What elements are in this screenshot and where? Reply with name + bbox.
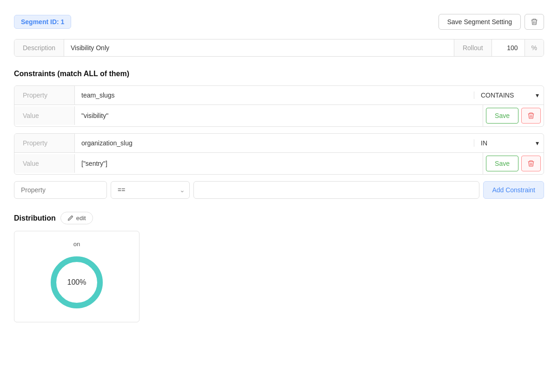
trash-icon-2 — [527, 160, 535, 167]
rollout-percent-label: % — [525, 39, 544, 56]
operator-cell-2[interactable]: IN ▾ — [474, 139, 544, 147]
header-actions: Save Segment Setting — [438, 14, 544, 30]
delete-button-2[interactable] — [521, 156, 541, 171]
new-value-input[interactable] — [193, 181, 479, 199]
edit-label: edit — [76, 215, 86, 222]
save-button-2[interactable]: Save — [486, 156, 518, 171]
header-row: Segment ID: 1 Save Segment Setting — [14, 14, 544, 30]
chevron-down-icon-2: ▾ — [536, 139, 539, 147]
donut-percentage: 100% — [67, 278, 86, 287]
value-label-2: Value — [14, 154, 75, 173]
rollout-label: Rollout — [454, 39, 492, 56]
segment-id-value: 1 — [61, 18, 65, 26]
delete-segment-button[interactable] — [525, 14, 544, 30]
value-actions-1: Save — [483, 105, 544, 126]
value-input-2[interactable] — [75, 154, 483, 173]
constraint-2-value-row: Value Save — [14, 153, 544, 174]
value-label-1: Value — [14, 106, 75, 125]
description-label: Description — [14, 39, 64, 56]
property-label-1: Property — [14, 86, 75, 105]
constraints-title: Constraints (match ALL of them) — [14, 70, 544, 78]
operator-value-2: IN — [481, 139, 487, 147]
property-label-2: Property — [14, 134, 75, 152]
description-input[interactable] — [64, 39, 454, 56]
new-operator-wrapper[interactable]: == != CONTAINS NOT CONTAINS IN NOT IN — [111, 181, 190, 199]
trash-icon — [531, 18, 538, 26]
pencil-icon — [67, 215, 73, 221]
distribution-chart-box: on 100% — [14, 231, 140, 322]
save-segment-button[interactable]: Save Segment Setting — [438, 14, 521, 30]
constraint-block-1: Property CONTAINS ▾ Value Save — [14, 85, 544, 127]
constraint-1-value-row: Value Save — [14, 105, 544, 126]
new-property-input[interactable] — [14, 181, 107, 199]
operator-value-1: CONTAINS — [481, 91, 514, 99]
value-input-1[interactable] — [75, 106, 483, 125]
description-rollout-row: Description Rollout % — [14, 39, 544, 57]
constraint-block-2: Property IN ▾ Value Save — [14, 133, 544, 175]
segment-id-badge: Segment ID: 1 — [14, 15, 71, 29]
trash-icon-1 — [527, 112, 535, 119]
operator-cell-1[interactable]: CONTAINS ▾ — [474, 91, 544, 99]
distribution-header: Distribution edit — [14, 212, 544, 224]
constraint-1-property-row: Property CONTAINS ▾ — [14, 86, 544, 105]
chevron-down-icon-1: ▾ — [536, 91, 539, 99]
rollout-input[interactable] — [492, 39, 525, 56]
donut-chart: 100% — [46, 252, 107, 313]
save-button-1[interactable]: Save — [486, 108, 518, 124]
value-actions-2: Save — [483, 153, 544, 174]
property-input-2[interactable] — [75, 134, 474, 152]
distribution-title: Distribution — [14, 214, 56, 222]
new-constraint-row: == != CONTAINS NOT CONTAINS IN NOT IN Ad… — [14, 181, 544, 199]
constraint-2-property-row: Property IN ▾ — [14, 134, 544, 153]
add-constraint-button[interactable]: Add Constraint — [483, 181, 544, 199]
segment-id-label: Segment ID: — [21, 18, 59, 26]
new-operator-select[interactable]: == != CONTAINS NOT CONTAINS IN NOT IN — [111, 181, 190, 199]
delete-button-1[interactable] — [521, 108, 541, 124]
property-input-1[interactable] — [75, 86, 474, 105]
edit-distribution-button[interactable]: edit — [60, 212, 93, 224]
on-label: on — [73, 241, 80, 248]
